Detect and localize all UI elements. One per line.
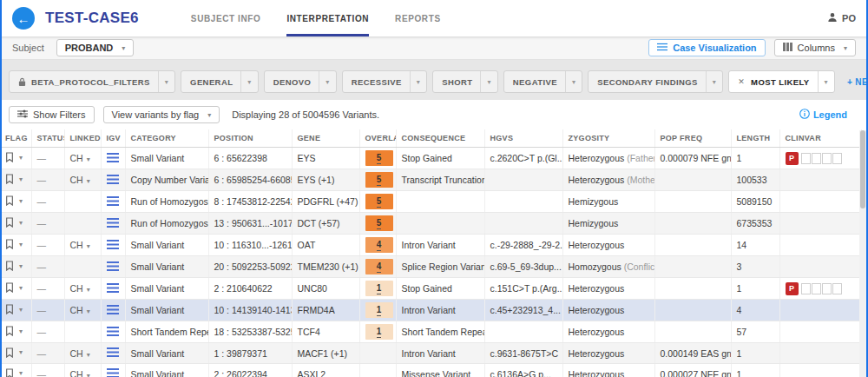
view-tab-negative[interactable]: NEGATIVE▾ (503, 70, 582, 93)
gene-cell[interactable]: ASXL2 (292, 364, 359, 377)
igv-icon[interactable] (107, 262, 119, 273)
overlap-badge[interactable]: 5 (365, 150, 393, 166)
close-icon[interactable]: ✕ (738, 77, 745, 86)
status-cell[interactable]: — (31, 278, 64, 300)
linked-value[interactable]: CH▾ (70, 348, 90, 359)
columns-button[interactable]: Columns ▾ (774, 39, 856, 56)
chevron-down-icon[interactable]: ▾ (241, 78, 257, 86)
overlap-cell[interactable]: 1 (359, 278, 396, 300)
status-cell[interactable]: — (31, 148, 64, 169)
bookmark-flag-icon[interactable]: ▾ (5, 304, 23, 314)
column-header-length[interactable]: LENGTH (731, 129, 779, 148)
gene-cell[interactable]: FRMD4A (292, 300, 359, 321)
linked-value[interactable]: CH▾ (70, 240, 90, 250)
gene-cell[interactable]: TMEM230 (+1) (292, 256, 359, 278)
bookmark-flag-icon[interactable]: ▾ (5, 152, 23, 162)
gene-cell[interactable]: MACF1 (+1) (292, 343, 359, 364)
igv-icon[interactable] (107, 241, 119, 251)
linked-cell[interactable] (64, 191, 101, 213)
bookmark-flag-icon[interactable]: ▾ (5, 347, 23, 358)
column-header-igv[interactable]: IGV (101, 129, 125, 148)
flag-cell[interactable]: ▾ (0, 300, 31, 321)
status-cell[interactable]: — (31, 321, 64, 343)
chevron-down-icon[interactable]: ▾ (566, 78, 582, 86)
view-tab-denovo[interactable]: DENOVO▾ (264, 70, 337, 93)
flag-cell[interactable]: ▾ (0, 191, 31, 213)
flag-cell[interactable]: ▾ (0, 256, 31, 278)
table-row[interactable]: ▾—Run of Homozygosity8 : 17453812-225429… (0, 191, 861, 213)
flag-cell[interactable]: ▾ (0, 148, 31, 169)
status-cell[interactable]: — (31, 364, 64, 377)
igv-icon[interactable] (107, 306, 119, 316)
overlap-cell[interactable]: 5 (359, 148, 396, 169)
chevron-down-icon[interactable]: ▾ (411, 78, 426, 86)
table-row[interactable]: ▾—CH▾Small Variant10 : 14139140-14139141… (0, 300, 861, 321)
column-header-zygosity[interactable]: ZYGOSITY (562, 129, 654, 148)
igv-cell[interactable] (101, 343, 125, 364)
igv-cell[interactable] (101, 191, 125, 213)
bookmark-flag-icon[interactable]: ▾ (5, 174, 23, 184)
linked-value[interactable]: CH▾ (70, 153, 90, 163)
igv-icon[interactable] (107, 154, 119, 164)
bookmark-flag-icon[interactable]: ▾ (5, 195, 23, 206)
gene-cell[interactable]: EYS (+1) (292, 169, 359, 191)
chevron-down-icon[interactable]: ▾ (707, 78, 722, 86)
column-header-overlap[interactable]: OVERLAP (359, 129, 396, 148)
overlap-badge[interactable]: 1 (365, 324, 393, 340)
status-cell[interactable]: — (31, 256, 64, 278)
flag-cell[interactable]: ▾ (0, 235, 31, 256)
status-cell[interactable]: — (31, 169, 64, 191)
view-by-select[interactable]: View variants by flag ▾ (103, 106, 220, 123)
igv-cell[interactable] (101, 213, 125, 235)
scrollbar-thumb[interactable] (860, 130, 865, 208)
gene-cell[interactable]: OAT (292, 235, 359, 256)
case-visualization-button[interactable]: Case Visualization (648, 39, 765, 56)
status-cell[interactable]: — (31, 191, 64, 213)
view-tab-recessive[interactable]: RECESSIVE▾ (342, 70, 427, 93)
linked-cell[interactable]: CH▾ (64, 300, 101, 321)
chevron-down-icon[interactable]: ▾ (481, 78, 496, 86)
overlap-badge[interactable]: 5 (365, 194, 393, 209)
linked-cell[interactable]: CH▾ (64, 148, 101, 169)
bookmark-flag-icon[interactable]: ▾ (5, 368, 23, 377)
igv-cell[interactable] (101, 169, 125, 191)
igv-icon[interactable] (107, 175, 119, 186)
bookmark-flag-icon[interactable]: ▾ (5, 282, 23, 293)
chevron-down-icon[interactable]: ▾ (819, 78, 834, 86)
linked-value[interactable]: CH▾ (70, 283, 90, 294)
flag-cell[interactable]: ▾ (0, 364, 31, 377)
chevron-down-icon[interactable]: ▾ (319, 78, 335, 86)
overlap-cell[interactable]: 5 (359, 213, 396, 235)
igv-icon[interactable] (107, 327, 119, 338)
overlap-cell[interactable]: 4 (359, 256, 396, 278)
clinvar-pathogenic-badge[interactable]: P (786, 282, 799, 295)
table-row[interactable]: ▾—CH▾Small Variant2 : 26022394ASXL2Misse… (0, 364, 861, 377)
overlap-cell[interactable] (359, 343, 396, 364)
user-menu[interactable]: PO (827, 12, 856, 24)
tab-reports[interactable]: REPORTS (395, 0, 441, 36)
column-header-position[interactable]: POSITION (208, 129, 292, 148)
overlap-cell[interactable]: 1 (359, 300, 396, 321)
flag-cell[interactable]: ▾ (0, 343, 31, 364)
subject-select[interactable]: PROBAND ▾ (56, 39, 135, 56)
linked-value[interactable]: CH▾ (70, 369, 90, 377)
table-row[interactable]: ▾—CH▾Small Variant6 : 65622398EYS5Stop G… (0, 148, 861, 169)
table-row[interactable]: ▾—CH▾Copy Number Variant6 : 65985254-660… (0, 169, 861, 191)
gene-cell[interactable]: DCT (+57) (292, 213, 359, 235)
column-header-gene[interactable]: GENE (292, 129, 359, 148)
overlap-badge[interactable]: 1 (365, 281, 393, 296)
column-header-linked[interactable]: LINKED (64, 129, 101, 148)
gene-cell[interactable]: EYS (292, 148, 359, 169)
bookmark-flag-icon[interactable]: ▾ (5, 326, 23, 336)
bookmark-flag-icon[interactable]: ▾ (5, 217, 23, 228)
back-button[interactable]: ← (12, 7, 35, 30)
column-header-hgvs[interactable]: HGVS (484, 129, 562, 148)
igv-icon[interactable] (107, 219, 119, 229)
flag-cell[interactable]: ▾ (0, 321, 31, 343)
igv-icon[interactable] (107, 284, 119, 294)
igv-cell[interactable] (101, 235, 125, 256)
column-header-status[interactable]: STATUS (31, 129, 64, 148)
status-cell[interactable]: — (31, 213, 64, 235)
column-header-category[interactable]: CATEGORY (125, 129, 208, 148)
status-cell[interactable]: — (31, 300, 64, 321)
